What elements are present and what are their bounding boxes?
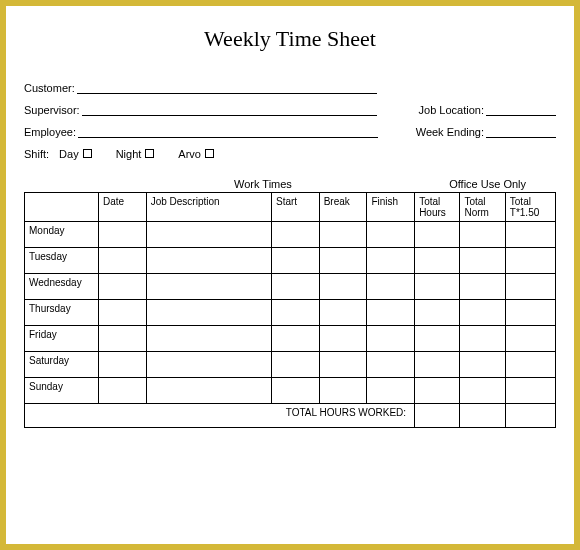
table-row: Monday (25, 222, 556, 248)
job-location-input[interactable] (486, 104, 556, 116)
shift-row: Shift: Day Night Arvo (24, 148, 556, 160)
start-cell[interactable] (271, 222, 319, 248)
header-total-norm: Total Norm (460, 193, 505, 222)
desc-cell[interactable] (146, 222, 271, 248)
shift-label: Shift: (24, 148, 49, 160)
shift-night-label: Night (116, 148, 142, 160)
section-labels: Work Times Office Use Only (24, 178, 556, 190)
table-row: Thursday (25, 300, 556, 326)
customer-input[interactable] (77, 82, 377, 94)
day-cell: Thursday (25, 300, 99, 326)
supervisor-label: Supervisor: (24, 104, 80, 116)
table-row: Saturday (25, 352, 556, 378)
finish-cell[interactable] (367, 222, 415, 248)
timesheet-table: Date Job Description Start Break Finish … (24, 192, 556, 428)
table-row: Wednesday (25, 274, 556, 300)
header-finish: Finish (367, 193, 415, 222)
supervisor-input[interactable] (82, 104, 377, 116)
job-location-label: Job Location: (419, 104, 484, 116)
week-ending-input[interactable] (486, 126, 556, 138)
totaln-cell[interactable] (460, 222, 505, 248)
timesheet-page: Weekly Time Sheet Customer: Supervisor: … (6, 6, 574, 544)
header-start: Start (271, 193, 319, 222)
total-t150-value[interactable] (505, 404, 555, 428)
week-ending-label: Week Ending: (416, 126, 484, 138)
date-cell[interactable] (98, 222, 146, 248)
header-job-description: Job Description (146, 193, 271, 222)
customer-label: Customer: (24, 82, 75, 94)
day-cell: Wednesday (25, 274, 99, 300)
table-row: Friday (25, 326, 556, 352)
totalh-cell[interactable] (415, 222, 460, 248)
employee-input[interactable] (78, 126, 378, 138)
table-header-row: Date Job Description Start Break Finish … (25, 193, 556, 222)
header-date: Date (98, 193, 146, 222)
header-day (25, 193, 99, 222)
shift-arvo-checkbox[interactable] (205, 149, 214, 158)
total-norm-value[interactable] (460, 404, 505, 428)
totalt-cell[interactable] (505, 222, 555, 248)
day-cell: Friday (25, 326, 99, 352)
header-break: Break (319, 193, 367, 222)
total-hours-value[interactable] (415, 404, 460, 428)
total-row: TOTAL HOURS WORKED: (25, 404, 556, 428)
shift-day-checkbox[interactable] (83, 149, 92, 158)
break-cell[interactable] (319, 222, 367, 248)
office-use-label: Office Use Only (449, 178, 526, 190)
day-cell: Saturday (25, 352, 99, 378)
day-cell: Tuesday (25, 248, 99, 274)
header-fields: Customer: Supervisor: Job Location: Empl… (24, 82, 556, 138)
header-total-t150: Total T*1.50 (505, 193, 555, 222)
table-row: Tuesday (25, 248, 556, 274)
day-cell: Monday (25, 222, 99, 248)
table-row: Sunday (25, 378, 556, 404)
header-total-hours: Total Hours (415, 193, 460, 222)
page-title: Weekly Time Sheet (24, 26, 556, 52)
table-body: Monday Tuesday Wednesday Thursday Friday… (25, 222, 556, 428)
work-times-label: Work Times (234, 178, 292, 190)
day-cell: Sunday (25, 378, 99, 404)
shift-night-checkbox[interactable] (145, 149, 154, 158)
employee-label: Employee: (24, 126, 76, 138)
shift-day-label: Day (59, 148, 79, 160)
total-hours-label: TOTAL HOURS WORKED: (25, 404, 415, 428)
shift-arvo-label: Arvo (178, 148, 201, 160)
